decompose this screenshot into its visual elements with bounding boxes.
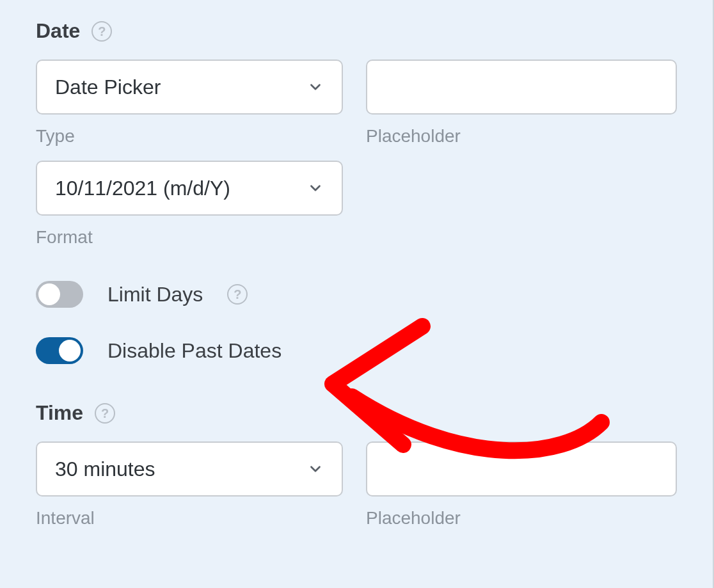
- time-interval-value: 30 minutes: [55, 457, 155, 481]
- time-interval-select[interactable]: 30 minutes: [36, 441, 343, 497]
- time-heading-label: Time: [36, 401, 83, 425]
- help-icon[interactable]: ?: [95, 403, 115, 424]
- date-placeholder-input[interactable]: [366, 60, 677, 115]
- chevron-down-icon: [307, 180, 324, 196]
- time-row-1: 30 minutes Interval Placeholder: [36, 441, 677, 528]
- help-icon[interactable]: ?: [227, 284, 248, 305]
- disable-past-dates-label: Disable Past Dates: [107, 339, 282, 363]
- chevron-down-icon: [307, 461, 324, 477]
- date-row-2: 10/11/2021 (m/d/Y) Format: [36, 161, 677, 248]
- settings-panel: Date ? Date Picker Type Placeholder 10/1…: [0, 0, 713, 528]
- disable-past-dates-toggle[interactable]: [36, 337, 83, 364]
- date-type-sublabel: Type: [36, 126, 343, 147]
- limit-days-toggle[interactable]: [36, 281, 83, 308]
- time-placeholder-input[interactable]: [366, 441, 677, 497]
- date-placeholder-sublabel: Placeholder: [366, 126, 677, 147]
- date-section-heading: Date ?: [36, 19, 677, 43]
- date-row-1: Date Picker Type Placeholder: [36, 60, 677, 147]
- time-interval-sublabel: Interval: [36, 508, 343, 528]
- date-toggles: Limit Days ? Disable Past Dates: [36, 281, 677, 364]
- date-format-select[interactable]: 10/11/2021 (m/d/Y): [36, 161, 343, 216]
- disable-past-dates-row: Disable Past Dates: [36, 337, 677, 364]
- limit-days-row: Limit Days ?: [36, 281, 677, 308]
- help-icon[interactable]: ?: [91, 21, 112, 42]
- limit-days-label: Limit Days: [107, 283, 203, 306]
- time-section-heading: Time ?: [36, 401, 677, 425]
- date-format-sublabel: Format: [36, 227, 343, 248]
- date-type-value: Date Picker: [55, 75, 161, 99]
- date-heading-label: Date: [36, 19, 80, 43]
- chevron-down-icon: [307, 79, 324, 95]
- date-type-select[interactable]: Date Picker: [36, 60, 343, 115]
- date-format-value: 10/11/2021 (m/d/Y): [55, 177, 230, 200]
- time-placeholder-sublabel: Placeholder: [366, 508, 677, 528]
